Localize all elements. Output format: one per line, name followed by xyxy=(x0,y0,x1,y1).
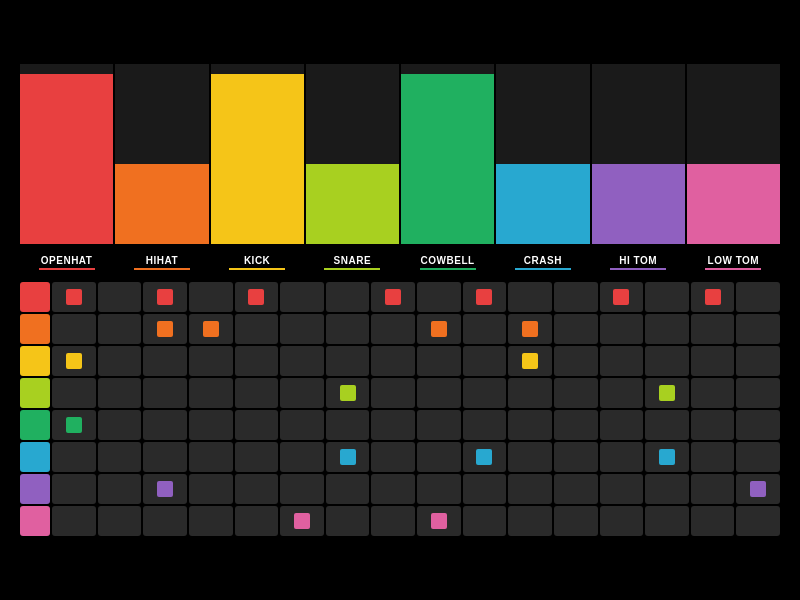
grid-cell-3-14[interactable] xyxy=(691,378,735,408)
row-label-4[interactable] xyxy=(20,410,50,440)
row-label-5[interactable] xyxy=(20,442,50,472)
grid-cell-1-0[interactable] xyxy=(52,314,96,344)
grid-cell-2-13[interactable] xyxy=(645,346,689,376)
grid-cell-3-12[interactable] xyxy=(600,378,644,408)
grid-cell-4-8[interactable] xyxy=(417,410,461,440)
grid-cell-2-2[interactable] xyxy=(143,346,187,376)
grid-cell-0-12[interactable] xyxy=(600,282,644,312)
grid-cell-2-4[interactable] xyxy=(235,346,279,376)
grid-cell-6-10[interactable] xyxy=(508,474,552,504)
row-label-1[interactable] xyxy=(20,314,50,344)
grid-cell-3-2[interactable] xyxy=(143,378,187,408)
grid-cell-1-5[interactable] xyxy=(280,314,324,344)
grid-cell-7-8[interactable] xyxy=(417,506,461,536)
grid-cell-7-13[interactable] xyxy=(645,506,689,536)
grid-cell-1-14[interactable] xyxy=(691,314,735,344)
grid-cell-5-2[interactable] xyxy=(143,442,187,472)
grid-cell-5-14[interactable] xyxy=(691,442,735,472)
grid-cell-5-0[interactable] xyxy=(52,442,96,472)
instrument-col-openhat[interactable]: OPENHAT xyxy=(20,64,113,280)
grid-cell-6-9[interactable] xyxy=(463,474,507,504)
grid-cell-1-6[interactable] xyxy=(326,314,370,344)
grid-cell-0-2[interactable] xyxy=(143,282,187,312)
grid-cell-6-12[interactable] xyxy=(600,474,644,504)
grid-cell-2-0[interactable] xyxy=(52,346,96,376)
grid-cell-1-13[interactable] xyxy=(645,314,689,344)
grid-cell-3-13[interactable] xyxy=(645,378,689,408)
grid-cell-7-1[interactable] xyxy=(98,506,142,536)
grid-cell-7-11[interactable] xyxy=(554,506,598,536)
grid-cell-4-13[interactable] xyxy=(645,410,689,440)
grid-cell-0-10[interactable] xyxy=(508,282,552,312)
grid-cell-6-11[interactable] xyxy=(554,474,598,504)
grid-cell-0-11[interactable] xyxy=(554,282,598,312)
grid-cell-6-15[interactable] xyxy=(736,474,780,504)
instrument-col-crash[interactable]: CRASH xyxy=(496,64,589,280)
grid-cell-3-8[interactable] xyxy=(417,378,461,408)
grid-cell-4-11[interactable] xyxy=(554,410,598,440)
grid-cell-5-10[interactable] xyxy=(508,442,552,472)
grid-cell-0-8[interactable] xyxy=(417,282,461,312)
grid-cell-6-0[interactable] xyxy=(52,474,96,504)
grid-cell-6-7[interactable] xyxy=(371,474,415,504)
grid-cell-4-0[interactable] xyxy=(52,410,96,440)
grid-cell-1-3[interactable] xyxy=(189,314,233,344)
grid-cell-0-13[interactable] xyxy=(645,282,689,312)
grid-cell-2-6[interactable] xyxy=(326,346,370,376)
grid-cell-0-6[interactable] xyxy=(326,282,370,312)
grid-cell-7-7[interactable] xyxy=(371,506,415,536)
grid-cell-4-3[interactable] xyxy=(189,410,233,440)
grid-cell-3-6[interactable] xyxy=(326,378,370,408)
grid-cell-2-1[interactable] xyxy=(98,346,142,376)
grid-cell-3-9[interactable] xyxy=(463,378,507,408)
row-label-2[interactable] xyxy=(20,346,50,376)
grid-cell-6-1[interactable] xyxy=(98,474,142,504)
grid-cell-2-8[interactable] xyxy=(417,346,461,376)
grid-cell-2-10[interactable] xyxy=(508,346,552,376)
grid-cell-6-14[interactable] xyxy=(691,474,735,504)
row-label-0[interactable] xyxy=(20,282,50,312)
grid-cell-5-13[interactable] xyxy=(645,442,689,472)
grid-cell-1-8[interactable] xyxy=(417,314,461,344)
grid-cell-7-5[interactable] xyxy=(280,506,324,536)
grid-cell-2-15[interactable] xyxy=(736,346,780,376)
grid-cell-4-14[interactable] xyxy=(691,410,735,440)
instrument-col-hihat[interactable]: HIHAT xyxy=(115,64,208,280)
grid-cell-5-8[interactable] xyxy=(417,442,461,472)
grid-cell-5-12[interactable] xyxy=(600,442,644,472)
grid-cell-7-15[interactable] xyxy=(736,506,780,536)
grid-cell-5-11[interactable] xyxy=(554,442,598,472)
grid-cell-4-5[interactable] xyxy=(280,410,324,440)
grid-cell-6-8[interactable] xyxy=(417,474,461,504)
grid-cell-3-7[interactable] xyxy=(371,378,415,408)
grid-cell-6-2[interactable] xyxy=(143,474,187,504)
grid-cell-4-2[interactable] xyxy=(143,410,187,440)
instrument-col-lowtom[interactable]: LOW TOM xyxy=(687,64,780,280)
grid-cell-7-6[interactable] xyxy=(326,506,370,536)
grid-cell-7-10[interactable] xyxy=(508,506,552,536)
grid-cell-1-9[interactable] xyxy=(463,314,507,344)
grid-cell-5-3[interactable] xyxy=(189,442,233,472)
grid-cell-0-4[interactable] xyxy=(235,282,279,312)
grid-cell-6-5[interactable] xyxy=(280,474,324,504)
grid-cell-1-1[interactable] xyxy=(98,314,142,344)
grid-cell-0-14[interactable] xyxy=(691,282,735,312)
row-label-7[interactable] xyxy=(20,506,50,536)
row-label-6[interactable] xyxy=(20,474,50,504)
grid-cell-3-5[interactable] xyxy=(280,378,324,408)
instrument-col-hitom[interactable]: HI TOM xyxy=(592,64,685,280)
grid-cell-4-1[interactable] xyxy=(98,410,142,440)
grid-cell-6-3[interactable] xyxy=(189,474,233,504)
grid-cell-4-6[interactable] xyxy=(326,410,370,440)
grid-cell-2-5[interactable] xyxy=(280,346,324,376)
grid-cell-6-13[interactable] xyxy=(645,474,689,504)
grid-cell-2-12[interactable] xyxy=(600,346,644,376)
grid-cell-1-7[interactable] xyxy=(371,314,415,344)
grid-cell-7-0[interactable] xyxy=(52,506,96,536)
grid-cell-5-5[interactable] xyxy=(280,442,324,472)
grid-cell-5-7[interactable] xyxy=(371,442,415,472)
grid-cell-3-4[interactable] xyxy=(235,378,279,408)
grid-cell-4-12[interactable] xyxy=(600,410,644,440)
grid-cell-2-14[interactable] xyxy=(691,346,735,376)
grid-cell-1-2[interactable] xyxy=(143,314,187,344)
